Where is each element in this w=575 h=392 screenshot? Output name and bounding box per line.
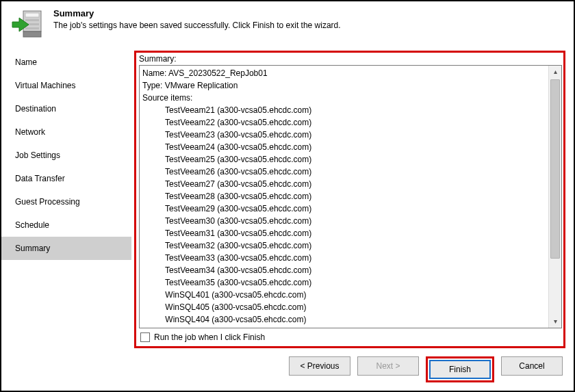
cancel-button[interactable]: Cancel [501,356,563,376]
scroll-thumb[interactable] [550,79,560,259]
summary-textbox[interactable]: Name: AVS_20230522_RepJob01 Type: VMware… [139,65,562,328]
summary-section-highlight: Summary: Name: AVS_20230522_RepJob01 Typ… [134,51,565,348]
wizard-footer: < Previous Next > Finish Cancel [1,350,574,391]
sidebar-item-name[interactable]: Name [1,51,131,74]
previous-button[interactable]: < Previous [289,356,350,376]
wizard-steps-sidebar: NameVirtual MachinesDestinationNetworkJo… [1,47,131,350]
svg-rect-5 [25,27,39,29]
summary-step-icon [11,7,44,40]
sidebar-item-guest-processing[interactable]: Guest Processing [1,190,131,213]
wizard-body: NameVirtual MachinesDestinationNetworkJo… [1,47,574,350]
svg-rect-1 [23,31,41,37]
summary-scrollbar[interactable]: ▴ ▾ [548,66,561,328]
sidebar-item-virtual-machines[interactable]: Virtual Machines [1,74,131,97]
scroll-down-button[interactable]: ▾ [549,315,561,328]
sidebar-item-destination[interactable]: Destination [1,97,131,120]
sidebar-item-schedule[interactable]: Schedule [1,213,131,237]
next-button: Next > [357,356,419,376]
svg-rect-2 [25,13,39,17]
sidebar-item-network[interactable]: Network [1,120,131,144]
wizard-header: Summary The job's settings have been sav… [1,1,574,47]
page-subtitle: The job's settings have been saved succe… [53,21,564,30]
svg-rect-3 [25,19,39,21]
run-job-on-finish-checkbox[interactable] [140,332,150,342]
summary-text: Name: AVS_20230522_RepJob01 Type: VMware… [140,66,549,328]
summary-label: Summary: [139,54,562,64]
run-job-on-finish-label[interactable]: Run the job when I click Finish [154,332,265,342]
sidebar-item-data-transfer[interactable]: Data Transfer [1,167,131,190]
wizard-content: Summary: Name: AVS_20230522_RepJob01 Typ… [131,47,574,350]
wizard-window: Summary The job's settings have been sav… [0,0,575,392]
run-job-on-finish-row: Run the job when I click Finish [139,328,562,343]
sidebar-item-summary[interactable]: Summary [1,237,131,260]
finish-button-highlight: Finish [426,356,494,382]
scroll-up-button[interactable]: ▴ [549,66,561,78]
finish-button[interactable]: Finish [429,360,491,379]
page-title: Summary [53,8,564,18]
sidebar-item-job-settings[interactable]: Job Settings [1,144,131,167]
